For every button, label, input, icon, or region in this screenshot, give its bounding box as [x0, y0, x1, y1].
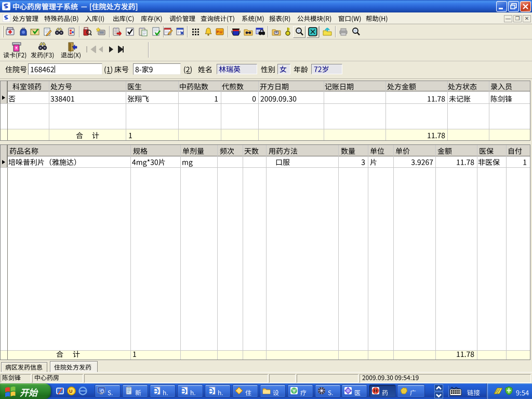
svg-text:U: U	[69, 389, 73, 394]
svg-text:P.U: P.U	[217, 30, 222, 34]
